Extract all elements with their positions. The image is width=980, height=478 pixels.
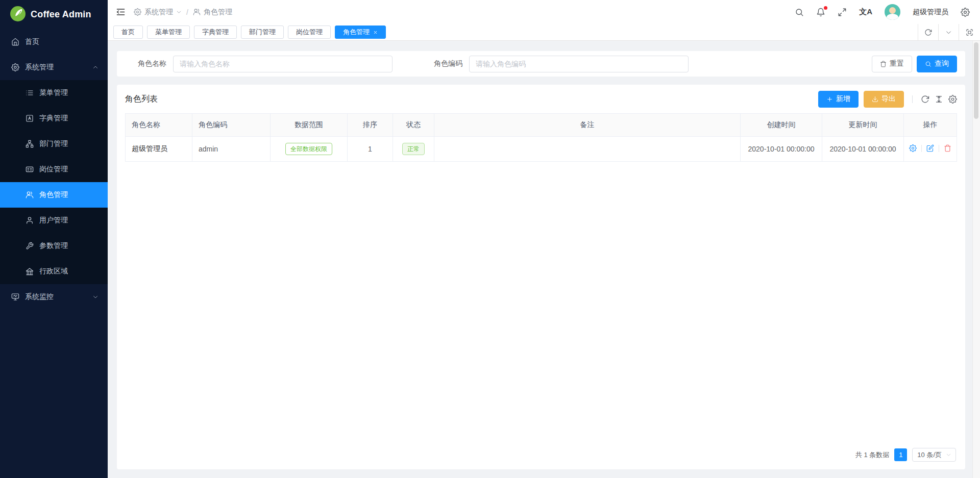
badge-icon [26,165,34,173]
tab-home[interactable]: 首页 [113,26,143,39]
sidebar-item-admin-region[interactable]: 行政区域 [0,259,108,284]
role-name-input[interactable] [173,56,393,72]
page-button-1[interactable]: 1 [894,448,907,461]
tab-dept-mgmt[interactable]: 部门管理 [241,26,284,39]
tab-post-mgmt[interactable]: 岗位管理 [288,26,331,39]
gear-icon [134,8,141,16]
search-icon[interactable] [795,8,804,17]
refresh-icon[interactable] [918,24,938,40]
bank-icon [26,267,34,275]
chevron-up-icon [92,64,99,70]
sidebar-item-label: 参数管理 [39,241,68,250]
sidebar-item-role-mgmt[interactable]: 角色管理 [0,182,108,208]
monitor-icon [11,293,19,301]
column-settings-gear-icon[interactable] [948,95,957,104]
sidebar-item-label: 角色管理 [39,190,68,199]
wrench-icon [26,242,34,250]
sidebar-item-home[interactable]: 首页 [0,29,108,55]
form-item-role-code: 角色编码 [421,56,689,72]
maximize-icon[interactable] [959,24,980,40]
sidebar-group-label: 系统监控 [25,292,54,301]
plus-icon [826,96,833,103]
sidebar-item-label: 行政区域 [39,267,68,276]
content: 角色名称 角色编码 重置 查询 [108,41,980,478]
tab-dict-mgmt[interactable]: 字典管理 [194,26,237,39]
sidebar-item-menu-mgmt[interactable]: 菜单管理 [0,80,108,106]
sidebar-group-system[interactable]: 系统管理 [0,55,108,80]
row-permission-gear-icon[interactable] [909,144,917,152]
fullscreen-icon[interactable] [838,8,847,17]
menu-fold-icon[interactable] [116,7,126,17]
sidebar-item-label: 菜单管理 [39,88,68,97]
breadcrumb: 系统管理 / 角色管理 [134,8,232,17]
trash-icon [880,61,887,67]
row-edit-icon[interactable] [926,144,934,152]
row-delete-icon[interactable] [944,144,951,152]
chevron-down-icon [946,452,951,458]
cell-created-at: 2020-10-01 00:00:00 [741,137,822,162]
notification-bell-icon[interactable] [816,8,825,17]
sidebar-item-dept-mgmt[interactable]: 部门管理 [0,131,108,157]
col-header-status: 状态 [393,114,434,137]
sidebar-group-monitor[interactable]: 系统监控 [0,284,108,310]
pagination: 共 1 条数据 1 10 条/页 [125,442,957,469]
tab-label: 菜单管理 [155,28,182,37]
sidebar-item-label: 部门管理 [39,139,68,148]
users-icon [193,8,201,16]
sidebar-item-label: 用户管理 [39,216,68,225]
breadcrumb-item-system[interactable]: 系统管理 [134,8,182,17]
card-header: 角色列表 新增 导出 [125,85,957,113]
col-header-created: 创建时间 [741,114,822,137]
role-code-input[interactable] [469,56,689,72]
sidebar-item-param-mgmt[interactable]: 参数管理 [0,233,108,259]
reset-button[interactable]: 重置 [872,56,912,72]
vertical-scrollbar[interactable] [972,41,980,478]
tab-menu-mgmt[interactable]: 菜单管理 [147,26,190,39]
translate-icon[interactable]: 文A [859,7,872,17]
sidebar-item-post-mgmt[interactable]: 岗位管理 [0,157,108,182]
refresh-icon[interactable] [921,95,929,104]
pagination-total: 共 1 条数据 [855,450,889,460]
scrollbar-thumb[interactable] [974,42,978,119]
close-icon[interactable] [373,30,378,35]
query-button[interactable]: 查询 [917,56,957,72]
sidebar-item-label: 岗位管理 [39,165,68,174]
tab-role-mgmt[interactable]: 角色管理 [335,26,386,39]
topbar-actions: 文A 超级管理员 [795,4,970,20]
breadcrumb-item-role[interactable]: 角色管理 [193,8,232,17]
tab-label: 岗位管理 [296,28,323,37]
sidebar-item-label: 首页 [25,37,39,46]
row-height-icon[interactable] [935,95,943,104]
tabbar-controls [918,24,980,40]
chevron-down-icon[interactable] [938,24,959,40]
col-header-data-scope: 数据范围 [271,114,348,137]
table-header-row: 角色名称 角色编码 数据范围 排序 状态 备注 创建时间 更新时间 操作 [126,114,957,137]
sidebar-item-user-mgmt[interactable]: 用户管理 [0,208,108,233]
col-header-updated: 更新时间 [822,114,904,137]
col-header-remark: 备注 [434,114,741,137]
topbar: 系统管理 / 角色管理 文A 超级管理员 [108,0,980,24]
sidebar-item-dict-mgmt[interactable]: 字典管理 [0,106,108,131]
username[interactable]: 超级管理员 [913,8,948,17]
action-divider [921,145,922,152]
tab-label: 首页 [121,28,135,37]
page-size-select[interactable]: 10 条/页 [912,448,956,462]
avatar[interactable] [885,4,900,20]
app-logo[interactable]: Coffee Admin [0,0,108,29]
sidebar: Coffee Admin 首页 系统管理 菜单管理 字典管理 [0,0,108,478]
role-list-card: 角色列表 新增 导出 [117,85,965,469]
settings-gear-icon[interactable] [961,8,970,17]
app-title: Coffee Admin [31,9,91,20]
tabbar: 首页 菜单管理 字典管理 部门管理 岗位管理 角色管理 [108,24,980,41]
page-size-label: 10 条/页 [917,450,942,460]
spring-leaf-icon [10,6,26,23]
sidebar-item-label: 字典管理 [39,114,68,123]
breadcrumb-separator: / [185,8,189,16]
export-button[interactable]: 导出 [864,91,904,108]
status-badge: 正常 [402,143,425,155]
notification-dot [824,6,827,10]
toolbar-divider [912,95,913,103]
add-button[interactable]: 新增 [818,91,859,108]
sidebar-menu: 首页 系统管理 菜单管理 字典管理 部门管理 [0,29,108,478]
cell-sort: 1 [348,137,393,162]
